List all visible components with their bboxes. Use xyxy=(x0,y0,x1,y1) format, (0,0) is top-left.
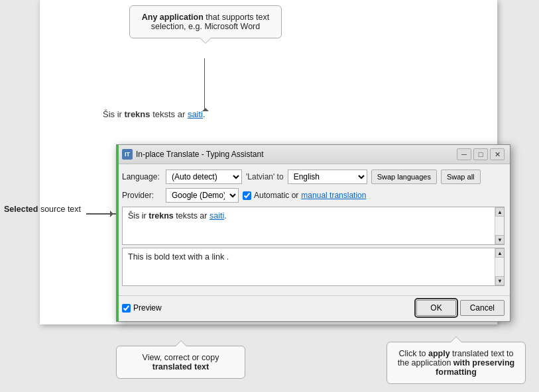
auto-checkbox-row: Automatic or manual translation xyxy=(243,191,366,200)
source-text-area[interactable]: Šis ir trekns teksts ar saiti. ▲ ▼ xyxy=(122,207,505,245)
translated-mid: text with a xyxy=(170,252,211,262)
scroll-up-arrow[interactable]: ▲ xyxy=(495,207,505,217)
dialog-title-left: IT In-place Translate - Typing Assistant xyxy=(122,149,264,160)
close-button[interactable]: ✕ xyxy=(490,148,505,160)
document-text: Šis ir trekns teksts ar saiti. xyxy=(103,109,206,119)
maximize-button[interactable]: □ xyxy=(473,148,488,160)
tooltip-app-bold: Any application xyxy=(142,13,204,22)
dialog-window-controls: ─ □ ✕ xyxy=(457,148,505,160)
dialog-accent-bar xyxy=(117,145,119,321)
manual-translation-link[interactable]: manual translation xyxy=(301,191,366,200)
tooltip-app-description: Any application that supports text selec… xyxy=(129,5,282,38)
translated-link: link xyxy=(211,252,224,262)
auto-detect-select[interactable]: (Auto detect) xyxy=(166,170,242,184)
language-row: Language: (Auto detect) 'Latvian' to Eng… xyxy=(122,170,505,184)
swap-languages-button[interactable]: Swap languages xyxy=(371,170,437,184)
provider-select[interactable]: Google (Demo) xyxy=(166,188,239,203)
preview-row: Preview xyxy=(122,303,162,313)
translated-scrollbar[interactable]: ▲ ▼ xyxy=(495,248,504,285)
preview-checkbox[interactable] xyxy=(122,304,131,313)
automatic-checkbox[interactable] xyxy=(243,191,251,200)
swap-all-button[interactable]: Swap all xyxy=(441,170,481,184)
target-language-select[interactable]: English xyxy=(288,170,367,184)
tooltip-br-t1: Click to xyxy=(399,349,428,358)
source-bold: trekns xyxy=(149,211,174,220)
source-suffix: . xyxy=(224,211,226,220)
cancel-button[interactable]: Cancel xyxy=(460,300,505,316)
translated-prefix: This is xyxy=(128,252,154,262)
tooltip-bl-bold: translated text xyxy=(152,362,209,371)
dialog-body: Language: (Auto detect) 'Latvian' to Eng… xyxy=(117,164,510,294)
provider-row: Provider: Google (Demo) Automatic or man… xyxy=(122,188,505,203)
language-label: Language: xyxy=(122,172,162,181)
arrow-tooltip-to-doc xyxy=(204,58,205,111)
scroll-down-arrow-t[interactable]: ▼ xyxy=(495,276,505,285)
translate-dialog: IT In-place Translate - Typing Assistant… xyxy=(116,144,510,322)
selected-source-label: Selected source text xyxy=(4,204,84,216)
source-mid: teksts ar xyxy=(174,211,210,220)
scroll-up-arrow-t[interactable]: ▲ xyxy=(495,248,505,258)
provider-label: Provider: xyxy=(122,191,162,200)
dialog-title-text: In-place Translate - Typing Assistant xyxy=(136,150,264,159)
lang-to-text: 'Latvian' to xyxy=(246,172,284,181)
footer-buttons: OK Cancel xyxy=(416,300,505,316)
tooltip-apply-text: Click to apply translated text to the ap… xyxy=(387,342,526,384)
translated-bold: bold xyxy=(154,252,170,262)
minimize-button[interactable]: ─ xyxy=(457,148,471,160)
source-link: saiti xyxy=(210,211,224,220)
preview-label: Preview xyxy=(133,303,162,313)
arrow-selected-source xyxy=(86,213,116,215)
scroll-down-arrow[interactable]: ▼ xyxy=(495,235,505,244)
dialog-app-icon: IT xyxy=(122,149,133,160)
source-scrollbar[interactable]: ▲ ▼ xyxy=(495,207,504,244)
tooltip-translated-text: View, correct or copy translated text xyxy=(116,346,245,379)
tooltip-br-b1: apply xyxy=(428,349,450,358)
translated-text-area[interactable]: This is bold text with a link . ▲ ▼ xyxy=(122,248,505,286)
translated-suffix: . xyxy=(224,252,229,262)
automatic-label: Automatic or xyxy=(254,191,298,200)
ok-button[interactable]: OK xyxy=(416,300,455,316)
tooltip-bl-normal: View, correct or copy xyxy=(143,353,219,362)
source-prefix: Šis ir xyxy=(128,211,149,220)
dialog-titlebar: IT In-place Translate - Typing Assistant… xyxy=(117,145,510,164)
dialog-footer: Preview OK Cancel xyxy=(117,295,510,321)
